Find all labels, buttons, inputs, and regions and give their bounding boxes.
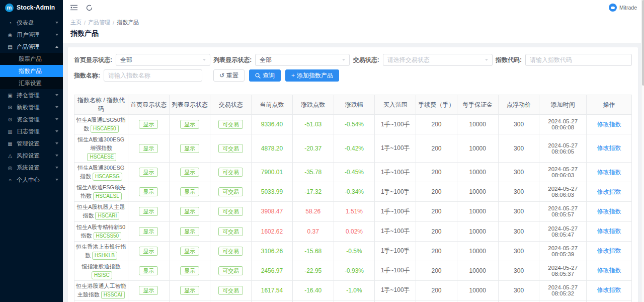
funds-icon: ⊙ bbox=[7, 117, 14, 122]
trade-status-select[interactable]: 请选择交易状态 bbox=[383, 54, 493, 66]
list-status-badge: 显示 bbox=[180, 266, 199, 275]
list-status-badge-cell: 显示 bbox=[169, 182, 210, 202]
action-cell: 修改指数 bbox=[586, 134, 631, 163]
list-status-badge-cell: 显示 bbox=[169, 241, 210, 261]
edit-index-link[interactable]: 修改指数 bbox=[597, 121, 621, 128]
trade-status-badge: 可交易 bbox=[218, 207, 243, 216]
edit-index-link[interactable]: 修改指数 bbox=[597, 267, 621, 274]
products-icon: ▤ bbox=[7, 44, 14, 50]
margin-cell: 10000 bbox=[457, 163, 498, 182]
home-status-badge-cell: 显示 bbox=[128, 182, 169, 202]
sidebar-item-funds[interactable]: ⊙资金管理 bbox=[0, 113, 63, 125]
column-header: 添加时间 bbox=[539, 95, 586, 115]
home-status-select[interactable]: 全部 bbox=[116, 54, 210, 66]
content: 首页显示状态: 全部 列表显示状态: 全部 bbox=[63, 43, 644, 302]
buy-range-cell: 1手~100手 bbox=[375, 182, 416, 202]
edit-index-link[interactable]: 修改指数 bbox=[597, 188, 621, 195]
edit-index-link[interactable]: 修改指数 bbox=[597, 144, 621, 152]
column-header: 交易状态 bbox=[210, 95, 252, 115]
edit-index-link[interactable]: 修改指数 bbox=[597, 247, 621, 254]
sidebar-subitem[interactable]: 股票产品 bbox=[0, 53, 63, 65]
table-row: 恒生A股通300ESG增强指数HSCAESE显示显示可交易4878.20-20.… bbox=[74, 134, 632, 163]
edit-index-link[interactable]: 修改指数 bbox=[597, 286, 621, 293]
buy-range-cell: 1手~100手 bbox=[375, 163, 416, 182]
breadcrumb-item[interactable]: 产品管理 bbox=[88, 19, 110, 26]
sidebar-item-logs[interactable]: ▥日志管理 bbox=[0, 125, 63, 137]
sidebar-item-label: 风控设置 bbox=[17, 152, 55, 160]
point-float-cell: 300 bbox=[498, 182, 539, 202]
filter-home-status: 首页显示状态: 全部 bbox=[74, 54, 210, 66]
margin-cell: 10000 bbox=[457, 182, 498, 202]
sidebar-item-admin[interactable]: ▦管理设置 bbox=[0, 137, 63, 149]
index-name-cell: 恒生A股通ESG50指数HSCAE50 bbox=[74, 115, 128, 134]
list-status-select[interactable]: 全部 bbox=[255, 54, 350, 66]
chevron-down-icon bbox=[55, 167, 58, 169]
list-status-badge: 显示 bbox=[180, 187, 199, 196]
window-scrollbar[interactable] bbox=[641, 0, 644, 302]
collapse-menu-icon[interactable] bbox=[70, 4, 77, 12]
list-status-badge: 显示 bbox=[180, 120, 199, 129]
margin-cell: 10000 bbox=[457, 280, 498, 300]
sidebar-item-label: 持仓管理 bbox=[17, 92, 55, 99]
reset-button[interactable]: ↺ 重置 bbox=[213, 69, 245, 82]
filter-label: 交易状态: bbox=[353, 56, 379, 64]
add-time-cell: 2024-05-27 08:05:57 bbox=[539, 202, 586, 221]
refresh-icon[interactable] bbox=[86, 4, 93, 12]
chevron-down-icon bbox=[55, 155, 58, 157]
column-header: 列表显示状态 bbox=[169, 95, 210, 115]
add-time-cell: 2024-05-27 08:05:37 bbox=[539, 261, 586, 280]
index-code-badge: HSCAESE bbox=[87, 153, 116, 161]
list-status-badge: 显示 bbox=[180, 247, 199, 256]
sidebar-item-users[interactable]: ◉用户管理 bbox=[0, 29, 63, 41]
index-name: 恒指港股通指数 bbox=[82, 263, 120, 269]
point-float-cell: 300 bbox=[498, 280, 539, 300]
home-status-badge-cell: 显示 bbox=[128, 221, 169, 241]
point-float-cell: 300 bbox=[498, 115, 539, 134]
sidebar-item-label: 新股管理 bbox=[17, 104, 55, 111]
breadcrumb-item[interactable]: 主页 bbox=[70, 19, 82, 26]
edit-index-link[interactable]: 修改指数 bbox=[597, 208, 621, 215]
sidebar-item-risk[interactable]: △风控设置 bbox=[0, 149, 63, 162]
sidebar-subitem[interactable]: 指数产品 bbox=[0, 65, 63, 77]
table-row: 恒生A股通300ESG指数HSCAESG显示显示可交易7900.01-35.78… bbox=[74, 163, 632, 182]
home-status-badge: 显示 bbox=[139, 227, 158, 236]
sidebar-item-label: 个人中心 bbox=[17, 176, 55, 184]
index-name-input[interactable] bbox=[104, 69, 202, 82]
trade-status-badge-cell: 可交易 bbox=[210, 241, 252, 261]
index-name-cell: 恒生港股通人工智能主题指数HSSCAI bbox=[74, 280, 128, 300]
buy-range-cell: 1手~100手 bbox=[375, 261, 416, 280]
user-menu[interactable]: Mitrade bbox=[609, 4, 637, 12]
edit-index-link[interactable]: 修改指数 bbox=[597, 169, 621, 176]
sidebar-item-label: 仪表盘 bbox=[17, 19, 55, 27]
sidebar-item-profile[interactable]: ○个人中心 bbox=[0, 174, 63, 186]
change-points-cell: -15.68 bbox=[292, 241, 334, 261]
add-index-product-button[interactable]: + 添加指数产品 bbox=[285, 69, 339, 82]
column-header: 指数名称 / 指数代码 bbox=[74, 95, 128, 115]
search-label: 查询 bbox=[263, 71, 275, 80]
margin-cell: 10000 bbox=[457, 221, 498, 241]
point-float-cell: 300 bbox=[498, 163, 539, 182]
trade-status-badge: 可交易 bbox=[218, 247, 243, 256]
sidebar-item-products[interactable]: ▤产品管理 bbox=[0, 41, 63, 53]
buy-range-cell: 1手~100手 bbox=[375, 115, 416, 134]
sidebar-item-ipo[interactable]: ⊠新股管理 bbox=[0, 101, 63, 113]
sidebar: m Stock-Admin ◔仪表盘◉用户管理▤产品管理股票产品指数产品汇率设置… bbox=[0, 0, 63, 302]
index-code-input[interactable] bbox=[525, 54, 632, 66]
scrollbar-thumb[interactable] bbox=[642, 0, 644, 86]
sidebar-item-system[interactable]: ◎系统设置 bbox=[0, 162, 63, 174]
sidebar-subitem[interactable]: 汇率设置 bbox=[0, 77, 63, 89]
change-points-cell: -16.40 bbox=[292, 280, 334, 300]
edit-index-link[interactable]: 修改指数 bbox=[597, 228, 621, 235]
chevron-down-icon bbox=[203, 59, 206, 61]
fee-cell: 200 bbox=[416, 202, 457, 221]
sidebar-item-positions[interactable]: ▣持仓管理 bbox=[0, 89, 63, 101]
sidebar-item-dashboard[interactable]: ◔仪表盘 bbox=[0, 17, 63, 29]
change-percent-cell: -0.45% bbox=[334, 163, 375, 182]
margin-cell: 10000 bbox=[457, 134, 498, 163]
breadcrumb: 主页/产品管理/指数产品 bbox=[70, 19, 636, 26]
risk-icon: △ bbox=[7, 153, 14, 159]
filter-buttons: ↺ 重置 查询 + 添加指数产品 bbox=[213, 69, 339, 82]
select-placeholder: 请选择交易状态 bbox=[387, 56, 485, 64]
change-points-cell: 0.37 bbox=[292, 221, 334, 241]
search-button[interactable]: 查询 bbox=[249, 69, 281, 82]
